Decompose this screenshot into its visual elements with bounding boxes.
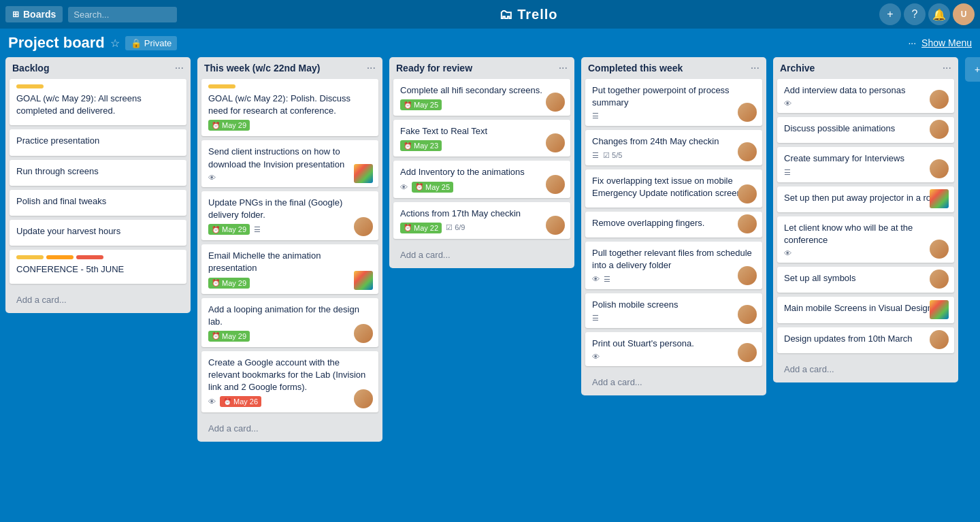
card[interactable]: Add interview data to personas👁 [777, 79, 954, 113]
card-avatar [738, 184, 757, 203]
card[interactable]: Put together powerpoint of process summa… [585, 79, 762, 126]
card-avatar [738, 214, 757, 233]
card[interactable]: Set up then put away projector in a room [777, 186, 954, 212]
card[interactable]: GOAL (w/c May 29): All screens completed… [10, 79, 186, 125]
card-title: Add Inventory to the animations [400, 166, 564, 178]
add-card-button[interactable]: Add a card... [777, 360, 954, 378]
card[interactable]: Create summary for Interviews☰ [777, 147, 954, 182]
card-meta: 👁 [208, 174, 372, 182]
list-backlog: Backlog···GOAL (w/c May 29): All screens… [5, 57, 191, 313]
card[interactable]: Let client know who will be at the confe… [777, 216, 954, 263]
avatar-image [738, 343, 757, 362]
card[interactable]: Print out Stuart's persona.👁 [585, 332, 762, 366]
add-card-button[interactable]: Add a card... [393, 246, 570, 264]
card[interactable]: Email Michelle the animation presentatio… [201, 244, 378, 293]
card[interactable]: Polish and final tweaks [10, 190, 186, 216]
card[interactable]: Update your harvest hours [10, 220, 186, 246]
card-labels [16, 255, 180, 259]
eye-icon: 👁 [784, 249, 791, 257]
card-title: Practice presentation [16, 135, 180, 147]
card[interactable]: Main mobile Screens in Visual Design [777, 297, 954, 323]
card[interactable]: Remove overlapping fingers. [585, 212, 762, 238]
trello-logo: 🗂 Trello [182, 7, 874, 22]
list-title: Archive [780, 63, 815, 74]
card[interactable]: Fake Text to Real Text⏰May 23 [393, 120, 570, 157]
card-title: Add a looping animation for the design l… [208, 304, 372, 328]
list-header: Completed this week··· [581, 57, 766, 76]
card[interactable]: Send client instructions on how to downl… [201, 140, 378, 186]
list-menu-button[interactable]: ··· [559, 63, 568, 74]
card-title: Actions from 17th May checkin [400, 208, 564, 220]
eye-icon: 👁 [784, 99, 791, 108]
card-meta: ☰ [592, 314, 755, 323]
card[interactable]: CONFERENCE - 5th JUNE [10, 250, 186, 284]
list-header: Ready for review··· [389, 57, 574, 76]
board-header-right: ··· Show Menu [908, 37, 972, 48]
date-badge: ⏰May 26 [220, 396, 261, 407]
list-header: Archive··· [773, 57, 958, 76]
date-label: May 26 [233, 397, 258, 406]
help-button[interactable]: ? [904, 3, 926, 25]
card[interactable]: Discuss possible animations [777, 117, 954, 143]
card[interactable]: Complete all hifi secondary screens.⏰May… [393, 79, 570, 116]
search-input[interactable] [68, 7, 177, 22]
card-avatar [546, 216, 565, 235]
card[interactable]: GOAL (w/c May 22): Polish. Discuss need … [201, 79, 378, 136]
card-title: Fake Text to Real Text [400, 125, 564, 137]
add-card-button[interactable]: Add a card... [10, 291, 186, 309]
date-label: May 23 [414, 142, 438, 150]
card-avatar [930, 240, 949, 259]
notifications-button[interactable]: 🔔 [928, 3, 950, 25]
list-header: Backlog··· [5, 57, 191, 76]
grid-icon: ⊞ [12, 10, 19, 19]
card-title: Set up then put away projector in a room [784, 192, 947, 204]
card[interactable]: Run through screens [10, 160, 186, 186]
label-red [76, 255, 103, 259]
card[interactable]: Add Inventory to the animations👁⏰May 25 [393, 161, 570, 197]
card[interactable]: Design updates from 10th March [777, 327, 954, 353]
checklist-badge: ☑ 6/9 [446, 223, 465, 232]
avatar-image [930, 120, 949, 139]
card-avatar [738, 266, 757, 285]
card[interactable]: Actions from 17th May checkin⏰May 22☑ 6/… [393, 202, 570, 239]
avatar-image [930, 240, 949, 259]
visibility-button[interactable]: 🔒 Private [125, 36, 177, 50]
show-menu-button[interactable]: Show Menu [921, 37, 972, 48]
card-avatar [738, 142, 757, 161]
visibility-label: Private [144, 38, 172, 48]
card[interactable]: Add a looping animation for the design l… [201, 298, 378, 347]
card[interactable]: Changes from 24th May checkin☰☑ 5/5 [585, 130, 762, 165]
description-icon: ☰ [604, 275, 610, 284]
card-title: Let client know who will be at the confe… [784, 222, 947, 246]
user-avatar[interactable]: U [953, 3, 975, 25]
card-title: Send client instructions on how to downl… [208, 146, 372, 170]
list-menu-button[interactable]: ··· [175, 63, 184, 74]
eye-icon: 👁 [208, 174, 216, 182]
add-card-button[interactable]: Add a card... [585, 373, 762, 391]
card-meta: ⏰May 23 [400, 140, 564, 151]
card[interactable]: Fix overlapping text issue on mobile Eme… [585, 169, 762, 208]
card-avatar [738, 343, 757, 362]
card-title: GOAL (w/c May 29): All screens completed… [16, 93, 180, 117]
add-button[interactable]: + [879, 3, 901, 25]
card[interactable]: Create a Google account with the relevan… [201, 351, 378, 413]
clock-icon: ⏰ [404, 101, 412, 109]
card[interactable]: Set up all symbols [777, 267, 954, 293]
star-button[interactable]: ☆ [110, 37, 120, 50]
lists-container: Backlog···GOAL (w/c May 29): All screens… [0, 57, 980, 506]
clock-icon: ⏰ [212, 279, 220, 287]
label-yellow [208, 84, 235, 88]
card[interactable]: Pull together relevant files from schedu… [585, 242, 762, 289]
list-menu-button[interactable]: ··· [943, 63, 951, 74]
list-menu-button[interactable]: ··· [751, 63, 760, 74]
card[interactable]: Practice presentation [10, 129, 186, 155]
card[interactable]: Update PNGs in the final (Google) delive… [201, 191, 378, 240]
card[interactable]: Polish mobile screens☰ [585, 293, 762, 328]
eye-icon: 👁 [592, 353, 600, 361]
eye-icon: 👁 [400, 183, 408, 191]
date-badge: ⏰May 23 [400, 140, 442, 151]
list-menu-button[interactable]: ··· [367, 63, 376, 74]
add-card-button[interactable]: Add a card... [201, 419, 378, 438]
add-list-button[interactable]: + Add a list [965, 57, 980, 82]
boards-button[interactable]: ⊞ Boards [5, 6, 63, 22]
